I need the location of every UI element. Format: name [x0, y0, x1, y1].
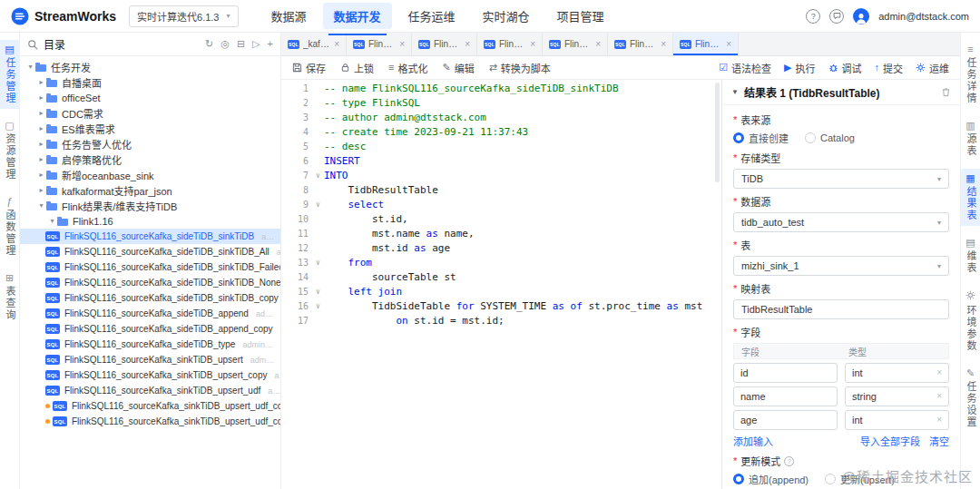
nav-tab-data-source[interactable]: 数据源 [260, 3, 318, 29]
left-rail-tab-function-manage[interactable]: ƒ函数管理 [0, 192, 20, 261]
toolbar-ops-button[interactable]: 运维 [916, 61, 949, 75]
tree-task-row[interactable]: SQLFlinkSQL116_sourceKafka_sideTiDB_sink… [20, 259, 280, 275]
nav-tab-realtime-lake[interactable]: 实时湖仓 [472, 3, 541, 29]
field-name-input[interactable]: id [733, 363, 838, 383]
field-type-select[interactable]: int× [845, 410, 949, 430]
tree-task-row[interactable]: SQLFlinkSQL116_sourceKafka_sideTiDB_sink… [20, 290, 280, 306]
chevron-right-icon[interactable]: ▸ [36, 171, 46, 179]
datasource-select[interactable]: tidb_auto_test ▾ [733, 212, 949, 232]
editor-tab-2[interactable]: SQLFlinkSQL116_sour...× [347, 33, 412, 55]
fold-icon[interactable]: ∨ [312, 285, 324, 299]
toolbar-format-button[interactable]: ≡格式化 [388, 61, 427, 75]
tree-task-row[interactable]: SQLFlinkSQL116_sourceKafka_sideTiDB_appe… [20, 306, 280, 321]
chevron-right-icon[interactable]: ▸ [36, 140, 46, 148]
chevron-down-icon[interactable]: ▾ [36, 201, 46, 210]
left-rail-tab-table-query[interactable]: ⊞表查询 [0, 269, 20, 326]
right-rail-tab-task-settings[interactable]: ✎任务设置 [961, 364, 980, 433]
chevron-right-icon[interactable]: ▸ [36, 78, 46, 86]
tree-task-row[interactable]: SQLFlinkSQL116_sourceKafka_sinkTiDB_upse… [20, 352, 280, 367]
editor-tab-3[interactable]: SQLFlinkSQL116_sour...× [412, 33, 477, 55]
fold-icon[interactable]: ∨ [312, 256, 324, 270]
tree-task-row[interactable]: SQLFlinkSQL116_sourceKafka_sinkTiDB_upse… [20, 398, 280, 414]
send-icon[interactable]: ▷ [252, 39, 260, 49]
refresh-icon[interactable]: ↻ [205, 39, 213, 49]
delete-table-icon[interactable] [941, 87, 951, 97]
tree-folder-row[interactable]: ▸启停策略优化 [20, 152, 280, 167]
tree-folder-row[interactable]: ▸kafkaformat支持par_json [20, 182, 280, 198]
field-name-input[interactable]: age [733, 410, 838, 430]
import-all-fields-link[interactable]: 导入全部字段 [860, 434, 920, 448]
right-rail-tab-result-table[interactable]: ▦结果表 [961, 169, 980, 226]
storage-type-select[interactable]: TiDB ▾ [733, 169, 949, 189]
field-name-input[interactable]: name [733, 386, 838, 406]
tree-folder-row[interactable]: ▸CDC需求 [20, 105, 280, 121]
tree-task-row[interactable]: SQLFlinkSQL116_sourceKafka_sinkTiDB_upse… [20, 367, 280, 383]
close-icon[interactable]: × [465, 39, 470, 49]
toolbar-to-script-button[interactable]: ⇄转换为脚本 [489, 61, 551, 75]
message-icon[interactable] [829, 9, 844, 24]
toolbar-syntax-check-button[interactable]: ☑语法检查 [719, 61, 771, 75]
left-rail-tab-task-manage[interactable]: ▤任务管理 [0, 40, 20, 109]
editor-tab-6[interactable]: SQLFlinkSQL116_sour...× [608, 33, 673, 55]
collapse-caret-icon[interactable]: ▼ [731, 88, 739, 96]
nav-tab-task-ops[interactable]: 任务运维 [397, 3, 466, 29]
avatar[interactable] [853, 8, 869, 24]
tree-folder-row[interactable]: ▸ES维表需求 [20, 121, 280, 136]
editor-tab-5[interactable]: SQLFlinkSQL116_sou...× [543, 33, 608, 55]
tree-folder-row[interactable]: ▾Flink结果表/维表支持TiDB [20, 198, 280, 213]
table-source-option[interactable]: Catalog [805, 132, 855, 143]
tree-folder-row[interactable]: ▸officeSet [20, 90, 280, 105]
result-table-panel-header[interactable]: ▼ 结果表 1 (TidbResultTable) [722, 80, 960, 105]
tree-task-row[interactable]: SQLFlinkSQL116_sourceKafka_sinkTiDB_upse… [20, 414, 280, 429]
collapse-all-icon[interactable]: ⊟ [237, 39, 245, 49]
editor-tab-1[interactable]: SQL_kafka_mysql_...× [281, 33, 347, 55]
field-type-select[interactable]: int× [845, 363, 949, 383]
nav-tab-project-manage[interactable]: 项目管理 [546, 3, 615, 29]
tree-folder-row[interactable]: ▸新增oceanbase_sink [20, 167, 280, 182]
right-rail-tab-task-detail[interactable]: ≡任务详情 [961, 40, 980, 109]
chevron-down-icon[interactable]: ▾ [47, 217, 57, 225]
left-rail-tab-resource-manage[interactable]: ▢资源管理 [0, 116, 20, 185]
code-editor[interactable]: 1-- name FlinkSQL116_sourceKafka_sideTiD… [281, 80, 721, 489]
close-icon[interactable]: × [334, 39, 339, 49]
tree-folder-row[interactable]: ▾Flink1.16 [20, 213, 280, 229]
tree-task-row[interactable]: SQLFlinkSQL116_sourceKafka_sideTiDB_sink… [20, 229, 280, 244]
update-mode-option[interactable]: 追加(append) [733, 472, 808, 486]
close-icon[interactable]: × [595, 39, 601, 49]
close-icon[interactable]: × [530, 39, 535, 49]
close-icon[interactable]: × [399, 39, 405, 49]
editor-tab-4[interactable]: SQLFlinkSQL116_sour...× [477, 33, 543, 55]
tree-task-row[interactable]: SQLFlinkSQL116_sourceKafka_sinkTiDB_upse… [20, 383, 280, 398]
chevron-down-icon[interactable]: ▾ [25, 63, 35, 71]
locate-icon[interactable]: ◎ [220, 39, 230, 49]
tree-task-row[interactable]: SQLFlinkSQL116_sourceKafka_sideTiDB_sink… [20, 244, 280, 259]
add-icon[interactable]: + [268, 39, 273, 49]
clear-fields-link[interactable]: 清空 [929, 434, 949, 448]
close-icon[interactable]: × [661, 39, 666, 49]
toolbar-save-button[interactable]: 保存 [292, 61, 326, 75]
close-icon[interactable]: × [726, 39, 731, 49]
mapping-table-input[interactable]: TidbResultTable [733, 299, 949, 319]
chevron-right-icon[interactable]: ▸ [36, 155, 46, 163]
tree-folder-row[interactable]: ▸任务告警人优化 [20, 136, 280, 152]
chevron-right-icon[interactable]: ▸ [36, 124, 46, 132]
tree-folder-row[interactable]: ▸自播桌面 [20, 74, 280, 90]
version-select[interactable]: 实时计算迭代6.1.3 ▾ [129, 5, 238, 27]
fold-icon[interactable]: ∨ [312, 299, 324, 314]
tree-folder-row[interactable]: ▾任务开发 [20, 59, 280, 74]
clear-icon[interactable]: × [936, 416, 942, 425]
editor-tab-7[interactable]: SQLFlinkSQL116_sour...× [673, 33, 739, 55]
clear-icon[interactable]: × [936, 368, 942, 377]
tree-task-row[interactable]: SQLFlinkSQL116_sourceKafka_sideTiDB_sink… [20, 275, 280, 290]
toolbar-lock-button[interactable]: 上锁 [340, 61, 374, 75]
tree-task-row[interactable]: SQLFlinkSQL116_sourceKafka_sideTiDB_appe… [20, 321, 280, 337]
editor-scrollbar[interactable] [715, 83, 720, 182]
chevron-right-icon[interactable]: ▸ [36, 186, 46, 194]
table-source-option[interactable]: 直接创建 [733, 131, 789, 145]
table-select[interactable]: mizhi_sink_1 ▾ [733, 256, 949, 276]
tree-task-row[interactable]: SQLFlinkSQL116_sourceKafka_sideTiDB_type… [20, 337, 280, 352]
search-icon[interactable] [27, 39, 38, 50]
fold-icon[interactable]: ∨ [312, 198, 324, 212]
chevron-right-icon[interactable]: ▸ [36, 109, 46, 117]
toolbar-debug-button[interactable]: 调试 [828, 61, 862, 75]
